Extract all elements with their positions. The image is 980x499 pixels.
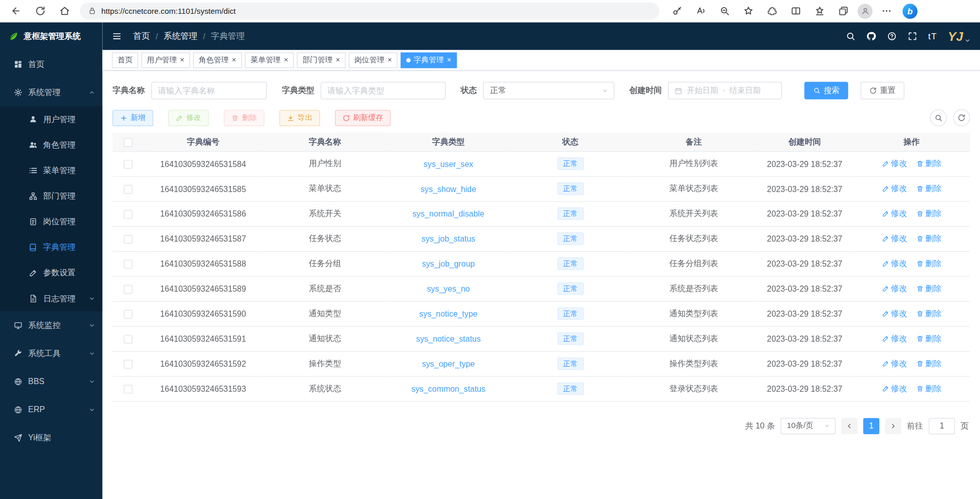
row-edit-button[interactable]: 修改 [881, 383, 907, 394]
user-logo[interactable]: YJ [948, 29, 971, 43]
dict-name-input[interactable] [151, 82, 267, 99]
sidebar-item-yi-framework[interactable]: Yi框架 [0, 423, 103, 452]
reload-button[interactable] [31, 2, 50, 20]
row-delete-button[interactable]: 删除 [916, 333, 942, 344]
sidebar-item-dict-management[interactable]: 字典管理 [0, 234, 103, 260]
sidebar-item-system-management[interactable]: 系统管理 [0, 78, 103, 106]
page-size-select[interactable]: 10条/页 [781, 418, 836, 434]
tab-role-management[interactable]: 角色管理× [193, 52, 242, 68]
sidebar-toggle-button[interactable] [112, 31, 122, 41]
select-all-checkbox[interactable] [124, 138, 132, 147]
goto-page-input[interactable] [929, 418, 955, 434]
sidebar-item-bbs[interactable]: BBS [0, 367, 103, 395]
sidebar-item-log-management[interactable]: 日志管理 [0, 286, 103, 311]
sidebar-item-menu-management[interactable]: 菜单管理 [0, 157, 103, 183]
row-edit-button[interactable]: 修改 [881, 283, 907, 294]
row-checkbox[interactable] [124, 310, 132, 318]
dict-type-link[interactable]: sys_show_hide [421, 184, 476, 193]
dict-type-link[interactable]: sys_user_sex [424, 159, 473, 168]
current-page[interactable]: 1 [863, 418, 879, 434]
dict-type-link[interactable]: sys_notice_status [416, 334, 480, 343]
home-button[interactable] [55, 2, 74, 20]
dict-type-link[interactable]: sys_normal_disable [412, 209, 484, 218]
browser-menu-button[interactable] [877, 2, 896, 20]
status-select[interactable]: 正常 [483, 82, 615, 99]
refresh-table-button[interactable] [953, 109, 970, 126]
refresh-cache-button[interactable]: 刷新缓存 [335, 110, 391, 126]
toggle-search-button[interactable] [930, 109, 947, 126]
export-button[interactable]: 导出 [279, 110, 320, 126]
row-edit-button[interactable]: 修改 [881, 358, 907, 369]
row-edit-button[interactable]: 修改 [881, 208, 907, 219]
tab-close-icon[interactable]: × [387, 56, 392, 64]
split-screen-button[interactable] [786, 2, 806, 20]
address-bar[interactable]: https://ccnetcore.com:1101/system/dict [80, 3, 660, 19]
add-favorite-button[interactable] [739, 2, 758, 20]
add-button[interactable]: 新增 [112, 110, 153, 126]
github-button[interactable] [866, 31, 876, 41]
zoom-button[interactable] [715, 2, 734, 20]
font-size-button[interactable]: tT [928, 31, 938, 41]
dict-type-link[interactable]: sys_job_group [422, 259, 475, 268]
row-edit-button[interactable]: 修改 [881, 308, 907, 319]
tab-user-management[interactable]: 用户管理× [141, 52, 190, 68]
dict-type-input[interactable] [321, 82, 446, 99]
row-delete-button[interactable]: 删除 [916, 258, 942, 269]
breadcrumb-system[interactable]: 系统管理 [164, 31, 197, 42]
password-button[interactable] [667, 2, 687, 20]
row-delete-button[interactable]: 删除 [916, 183, 942, 194]
favorites-bar-button[interactable] [810, 2, 829, 20]
tab-close-icon[interactable]: × [180, 56, 184, 64]
date-range-picker[interactable]: 开始日期 - 结束日期 [668, 82, 782, 99]
row-delete-button[interactable]: 删除 [916, 208, 942, 219]
row-edit-button[interactable]: 修改 [881, 333, 907, 344]
sidebar-item-post-management[interactable]: 岗位管理 [0, 209, 103, 234]
sidebar-item-role-management[interactable]: 角色管理 [0, 132, 103, 157]
row-edit-button[interactable]: 修改 [881, 158, 907, 169]
tab-post-management[interactable]: 岗位管理× [349, 52, 398, 68]
tab-dept-management[interactable]: 部门管理× [297, 52, 345, 68]
tab-menu-management[interactable]: 菜单管理× [245, 52, 294, 68]
row-checkbox[interactable] [124, 360, 132, 368]
dict-type-link[interactable]: sys_oper_type [422, 359, 475, 368]
row-checkbox[interactable] [124, 185, 132, 194]
dict-type-link[interactable]: sys_job_status [422, 234, 475, 243]
extensions-button[interactable] [762, 2, 782, 20]
app-logo[interactable]: 意框架管理系统 [0, 22, 103, 50]
dict-type-link[interactable]: sys_yes_no [427, 284, 470, 293]
fullscreen-button[interactable] [907, 31, 918, 41]
row-edit-button[interactable]: 修改 [881, 183, 907, 194]
dict-type-link[interactable]: sys_notice_type [419, 309, 478, 318]
edit-button[interactable]: 修改 [168, 110, 209, 126]
tab-home[interactable]: 首页 [112, 52, 138, 68]
row-checkbox[interactable] [124, 160, 132, 169]
dict-type-link[interactable]: sys_common_status [411, 384, 485, 393]
header-search-button[interactable] [846, 31, 856, 41]
next-page-button[interactable] [885, 418, 901, 434]
prev-page-button[interactable] [841, 418, 857, 434]
reset-button[interactable]: 重置 [860, 82, 904, 99]
row-checkbox[interactable] [124, 335, 132, 343]
row-edit-button[interactable]: 修改 [881, 233, 907, 244]
search-button[interactable]: 搜索 [804, 82, 848, 99]
docs-button[interactable] [887, 31, 897, 41]
tab-close-icon[interactable]: × [284, 56, 288, 64]
row-checkbox[interactable] [124, 210, 132, 219]
tab-close-icon[interactable]: × [447, 56, 452, 64]
row-edit-button[interactable]: 修改 [881, 258, 907, 269]
row-checkbox[interactable] [124, 260, 132, 269]
sidebar-item-home[interactable]: 首页 [0, 50, 103, 78]
sidebar-item-user-management[interactable]: 用户管理 [0, 106, 103, 132]
row-delete-button[interactable]: 删除 [916, 358, 942, 369]
sidebar-item-system-monitor[interactable]: 系统监控 [0, 311, 103, 339]
back-button[interactable] [6, 2, 25, 20]
row-checkbox[interactable] [124, 285, 132, 294]
sidebar-item-erp[interactable]: ERP [0, 395, 103, 423]
breadcrumb-home[interactable]: 首页 [133, 31, 150, 42]
tab-dict-management[interactable]: 字典管理× [401, 52, 457, 68]
profile-avatar[interactable] [857, 4, 872, 18]
tab-close-icon[interactable]: × [232, 56, 237, 64]
row-delete-button[interactable]: 删除 [916, 233, 942, 244]
delete-button[interactable]: 删除 [224, 110, 265, 126]
sidebar-item-system-tools[interactable]: 系统工具 [0, 339, 103, 367]
